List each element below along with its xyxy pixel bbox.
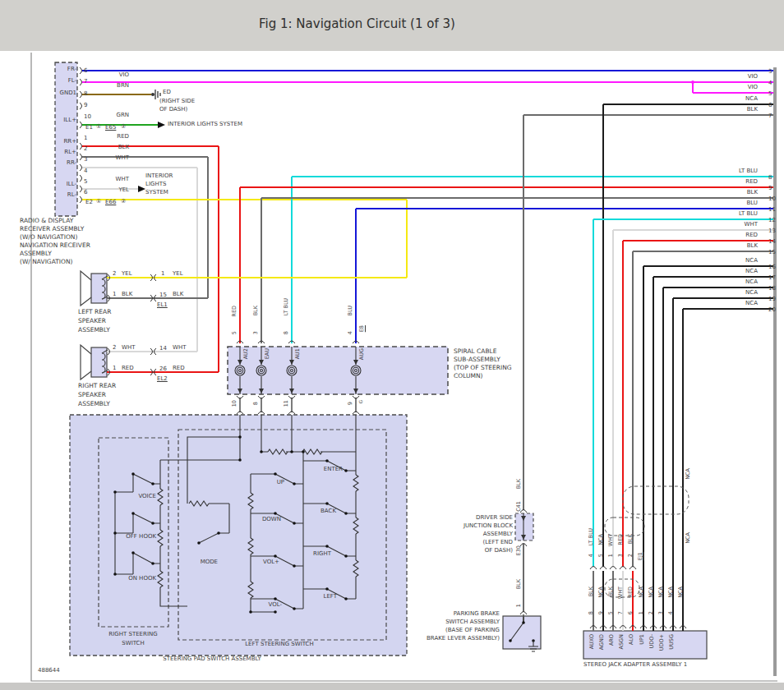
edge-pin18: 18 — [768, 286, 776, 292]
edge-pin4: 4 — [768, 80, 772, 86]
edge-pin14: 14 — [768, 239, 776, 245]
edge-col-red1: RED — [745, 179, 758, 185]
parking-caption-1: PARKING BRAKE — [454, 611, 500, 617]
conn-e66-c2: ② — [121, 199, 126, 205]
conn-e65: E65 — [105, 125, 116, 131]
spiral-in8: 8 — [284, 331, 289, 334]
wirecolor-brn-left: BRN — [117, 83, 129, 89]
ej1-pin4: 4 — [588, 554, 594, 557]
rspk-caption-2: SPEAKER — [78, 392, 106, 398]
steering-pad-caption: STEERING PAD SWITCH ASSEMBLY — [163, 656, 261, 662]
rspk-pin1-col: RED — [122, 366, 134, 371]
switch-right: RIGHT — [313, 551, 331, 557]
edge-pin13: 13 — [768, 228, 776, 234]
radio-e1-pin8: 8 — [84, 91, 87, 97]
el1-pin15-col: BLK — [173, 292, 183, 297]
edge-col-nca19: NCA — [745, 290, 758, 296]
el2-pin26: 26 — [159, 366, 167, 372]
edge-pin19: 19 — [768, 297, 776, 302]
jack-pin4-col: NCA — [668, 586, 674, 598]
junction-caption-1: DRIVER SIDE — [476, 515, 513, 521]
radio-e1-pin7: 7 — [84, 79, 87, 85]
jack-pin2: 2 — [648, 611, 654, 614]
ej1-pin3-col: RED — [618, 534, 624, 545]
edge-pin20: 20 — [768, 307, 776, 313]
edge-col-blk1: BLK — [747, 107, 758, 113]
jack-term-auxo: AUXO — [589, 634, 595, 649]
lspk-pin1-col: BLK — [122, 292, 132, 297]
spiral-caption-4: COLUMN) — [454, 373, 482, 380]
parking-caption-4: BRAKE LEVER ASSEMBLY) — [427, 636, 500, 642]
edge-pin11: 11 — [768, 207, 776, 213]
jack-pin6-col: RED — [628, 586, 634, 598]
wirecolor-yel-left: YEL — [118, 187, 129, 193]
edge-col-nca18: NCA — [745, 279, 758, 285]
ej1-pin5: 5 — [598, 554, 604, 557]
wirecolor-vio-left: VIO — [119, 72, 129, 78]
switch-on-hook: ON HOOK — [128, 576, 156, 582]
jack-pin1-col: NCA — [639, 586, 644, 598]
el1-pin15: 15 — [159, 292, 167, 298]
wirecolor-wht-left2: WHT — [116, 177, 129, 182]
parking-pin1: 1 — [516, 604, 522, 607]
switch-back: BACK — [321, 508, 336, 514]
conn-e65-c2: ② — [121, 124, 126, 130]
switch-enter: ENTER — [324, 467, 343, 472]
radio-caption-4: NAVIGATION RECEIVER — [20, 242, 90, 249]
ej1-pin3: 3 — [618, 554, 624, 557]
edge-pin17: 17 — [768, 275, 776, 281]
radio-e2-pin2: 2 — [84, 146, 87, 152]
radio-e2-pin1: 1 — [84, 136, 87, 141]
jack-pin1: 1 — [639, 611, 644, 614]
jack-term-agnd: AGND — [599, 634, 605, 650]
radio-pin-rl-minus: RL- — [67, 192, 76, 198]
edge-pin10: 10 — [768, 196, 776, 202]
spiral-in5-col: RED — [232, 306, 238, 317]
ground-ed-loc1: (RIGHT SIDE — [159, 99, 195, 104]
junction-wire-blk-top: BLK — [516, 479, 522, 489]
radio-caption-6: (W/ NAVIGATION) — [20, 259, 72, 265]
edge-col-nca17: NCA — [745, 269, 758, 274]
switch-vol-minus: VOL- — [269, 602, 282, 608]
switch-down: DOWN — [262, 517, 281, 522]
radio-pin-rl-plus: RL+ — [64, 150, 76, 155]
conn-e1: E1 — [85, 125, 93, 131]
switch-mode: MODE — [201, 559, 218, 565]
ground-ed: ED — [163, 90, 171, 95]
conn-e66: E66 — [105, 200, 116, 205]
jack-pin5: 5 — [608, 611, 614, 614]
wirecolor-grn-left: GRN — [116, 113, 129, 118]
conn-el1: EL1 — [157, 302, 168, 308]
wirecolor-blk-left: BLK — [118, 145, 129, 150]
edge-pin8: 8 — [768, 175, 772, 181]
spiral-in5: 5 — [232, 331, 238, 334]
spiral-in4-col: BLU — [348, 306, 353, 316]
jack-pin3: 3 — [658, 611, 664, 614]
jack-term-aro: ARO — [609, 634, 615, 646]
right-switch-caption-1: RIGHT STEERING — [108, 632, 157, 637]
rspk-pin2-col: WHT — [122, 345, 135, 351]
edge-pin9: 9 — [768, 186, 772, 191]
spiral-caption-2: SUB-ASSEMBLY — [454, 356, 500, 363]
interior-lights-2c: SYSTEM — [145, 190, 168, 196]
conn-el2: EL2 — [157, 376, 168, 382]
edge-col-vio1: VIO — [748, 74, 758, 80]
radio-e1-pin9: 9 — [84, 103, 87, 108]
lspk-caption-2: SPEAKER — [78, 318, 106, 324]
edge-col-vio2: VIO — [748, 85, 758, 90]
lspk-pin2: 2 — [113, 271, 116, 277]
ej1-pin1-col: WHT — [608, 534, 614, 546]
nca-mid-label1: NCA — [685, 468, 691, 480]
spiral-out11: 11 — [284, 400, 289, 407]
edge-col-nca20: NCA — [745, 301, 758, 306]
spiral-in3-col: BLK — [253, 306, 259, 315]
spiral-coil-eau: EAU — [265, 348, 270, 359]
junction-caption-3: ASSEMBLY — [483, 531, 513, 537]
ej1-pin1: 1 — [608, 554, 614, 557]
el1-pin1: 1 — [161, 271, 164, 277]
radio-e1-pin10: 10 — [84, 114, 91, 120]
lspk-pin1: 1 — [113, 292, 116, 297]
rspk-pin2: 2 — [113, 345, 116, 351]
radio-pin-rr-plus: RR+ — [63, 139, 76, 145]
lspk-caption-3: ASSEMBLY — [78, 327, 110, 334]
